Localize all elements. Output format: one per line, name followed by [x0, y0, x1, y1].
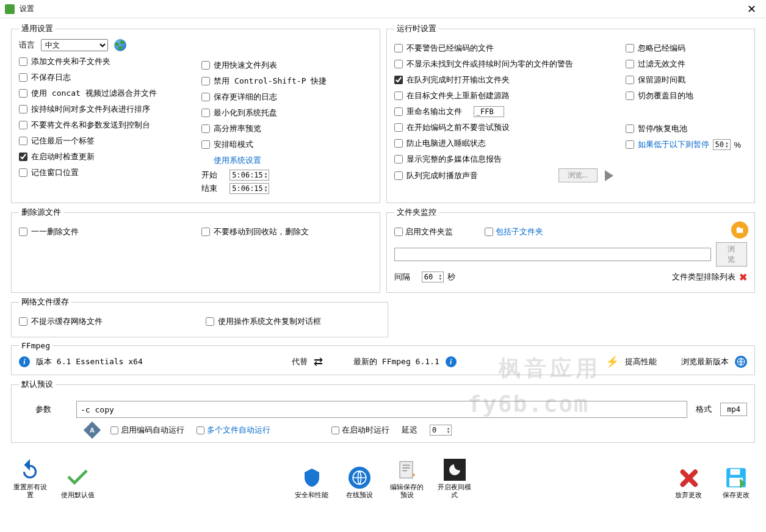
cb-include-subfolder[interactable]	[485, 228, 493, 236]
end-time-label: 结束	[201, 183, 223, 194]
cb-check-update[interactable]	[19, 153, 27, 161]
delete-source-legend: 删除源文件	[19, 207, 63, 218]
night-mode-button[interactable]: 开启夜间模式	[437, 458, 472, 499]
cb-sort-duration[interactable]	[19, 105, 27, 113]
info-icon-2: i	[446, 356, 457, 367]
monitor-path-input[interactable]	[394, 248, 711, 261]
use-defaults-button[interactable]: 使用默认值	[60, 466, 95, 499]
start-time-input[interactable]: 5:06:15▲▼	[229, 170, 269, 181]
exclude-list-label: 文件类型排除列表	[672, 271, 735, 282]
play-icon[interactable]	[605, 170, 613, 181]
cb-os-copy-dialog[interactable]	[206, 317, 214, 326]
replace-label: 代替	[292, 356, 308, 367]
ffmpeg-legend: FFmpeg	[19, 341, 52, 350]
ffmpeg-version: 版本 6.1 Essentials x64	[36, 356, 143, 367]
cb-remember-window[interactable]	[19, 168, 27, 177]
language-label: 语言	[19, 40, 35, 51]
web-icon[interactable]	[735, 356, 747, 368]
cb-full-media-report[interactable]	[394, 155, 403, 164]
cb-enable-monitor[interactable]	[394, 228, 403, 236]
default-preset-group: 默认预设 参数 格式 mp4 A 启用编码自动运行 多个文件自动运行 在启动时运…	[11, 379, 755, 443]
cb-pause-below[interactable]	[626, 140, 634, 149]
default-preset-legend: 默认预设	[19, 379, 56, 390]
cb-no-warn-missing[interactable]	[394, 60, 403, 68]
cb-add-subfolders[interactable]	[19, 57, 27, 66]
discard-changes-button[interactable]: 放弃更改	[671, 466, 706, 499]
bolt-icon: ⚡	[605, 355, 619, 368]
param-input[interactable]	[76, 401, 687, 418]
cb-keep-timestamp[interactable]	[626, 76, 634, 84]
network-cache-group: 网络文件缓存 不提示缓存网络文件 使用操作系统文件复制对话框	[11, 297, 388, 337]
boost-perf-link[interactable]: 提高性能	[625, 356, 657, 367]
interval-label: 间隔	[394, 271, 410, 282]
folder-monitor-group: 文件夹监控 启用文件夹监 包括子文件夹 浏览 间隔 60 ▲▼ 秒 文件类型排除…	[386, 207, 756, 293]
close-button[interactable]: ✕	[742, 2, 761, 16]
exclude-remove-icon[interactable]: ✖	[739, 271, 747, 283]
general-legend: 通用设置	[19, 23, 56, 34]
cb-detailed-log[interactable]	[201, 93, 210, 101]
cb-disable-shortcut[interactable]	[201, 77, 210, 85]
delay-label: 延迟	[402, 425, 417, 436]
cb-no-cache-prompt[interactable]	[19, 317, 27, 326]
cb-no-test-preset[interactable]	[394, 123, 403, 132]
start-time-label: 开始	[201, 170, 223, 181]
cb-schedule-dark[interactable]	[201, 140, 210, 149]
swap-icon[interactable]: ⇄	[314, 355, 323, 368]
cb-rename-output[interactable]	[394, 107, 403, 116]
format-value[interactable]: mp4	[720, 403, 747, 416]
cb-no-warn-encoded[interactable]	[394, 44, 403, 52]
delay-input[interactable]: 0 ▲▼	[430, 425, 452, 436]
use-system-settings-link[interactable]: 使用系统设置	[214, 155, 261, 166]
cb-auto-encode[interactable]	[110, 426, 118, 434]
auto-icon: A	[84, 422, 101, 439]
cb-minimize-tray[interactable]	[201, 109, 210, 117]
browse-latest-link[interactable]: 浏览最新版本	[681, 356, 729, 367]
globe-icon[interactable]	[114, 39, 126, 51]
general-settings-group: 通用设置 语言 中文 添加文件夹和子文件夹 不保存日志 使用 concat 视频…	[11, 23, 380, 203]
cb-hires-preview[interactable]	[201, 124, 210, 133]
cb-fast-filelist[interactable]	[201, 61, 210, 70]
sound-browse-button[interactable]: 浏览...	[558, 168, 598, 182]
edit-saved-presets-button[interactable]: 编辑保存的预设	[389, 458, 425, 499]
info-icon: i	[19, 356, 30, 367]
format-label: 格式	[696, 404, 712, 415]
param-label: 参数	[19, 404, 68, 415]
folder-monitor-icon[interactable]	[731, 221, 748, 239]
save-changes-button[interactable]: 保存更改	[718, 466, 754, 499]
window-title: 设置	[20, 4, 742, 14]
app-icon	[5, 4, 15, 14]
cb-concat-filter[interactable]	[19, 89, 27, 98]
pause-pct-input[interactable]: 50▲▼	[713, 139, 731, 150]
ffmpeg-latest: 最新的 FFmpeg 6.1.1	[353, 356, 439, 367]
cb-run-on-start[interactable]	[331, 426, 339, 434]
runtime-settings-group: 运行时设置 不要警告已经编码的文件 不显示未找到文件或持续时间为零的文件的警告 …	[386, 23, 756, 203]
svg-rect-2	[400, 462, 413, 478]
monitor-browse-button[interactable]: 浏览	[716, 242, 747, 267]
folder-monitor-legend: 文件夹监控	[394, 207, 439, 218]
runtime-legend: 运行时设置	[394, 23, 439, 34]
interval-input[interactable]: 60 ▲▼	[422, 271, 444, 282]
ffmpeg-group: FFmpeg i 版本 6.1 Essentials x64 代替 ⇄ 最新的 …	[11, 341, 755, 375]
cb-remember-tab[interactable]	[19, 137, 27, 145]
online-presets-button[interactable]: 在线预设	[342, 466, 377, 499]
cb-prevent-sleep[interactable]	[394, 139, 403, 148]
cb-pause-battery[interactable]	[626, 124, 634, 133]
cb-no-save-log[interactable]	[19, 73, 27, 82]
cb-never-overwrite[interactable]	[626, 92, 634, 100]
security-perf-button[interactable]: 安全和性能	[294, 466, 330, 499]
cb-ignore-encoded[interactable]	[626, 44, 634, 52]
cb-play-sound[interactable]	[394, 171, 403, 180]
end-time-input[interactable]: 5:06:15▲▼	[229, 183, 269, 194]
cb-delete-one[interactable]	[19, 228, 27, 236]
cb-open-output[interactable]	[394, 76, 403, 84]
cb-no-console[interactable]	[19, 121, 27, 129]
cb-recreate-path[interactable]	[394, 92, 403, 100]
cb-multi-auto[interactable]	[197, 426, 204, 434]
delete-source-group: 删除源文件 一一删除文件 不要移动到回收站，删除文	[11, 207, 380, 293]
cb-delete-permanent[interactable]	[201, 228, 210, 236]
cb-filter-invalid[interactable]	[626, 60, 634, 68]
language-select[interactable]: 中文	[41, 39, 108, 51]
rename-suffix-input[interactable]	[474, 106, 504, 117]
network-cache-legend: 网络文件缓存	[19, 297, 71, 307]
reset-all-button[interactable]: 重置所有设置	[12, 458, 48, 499]
